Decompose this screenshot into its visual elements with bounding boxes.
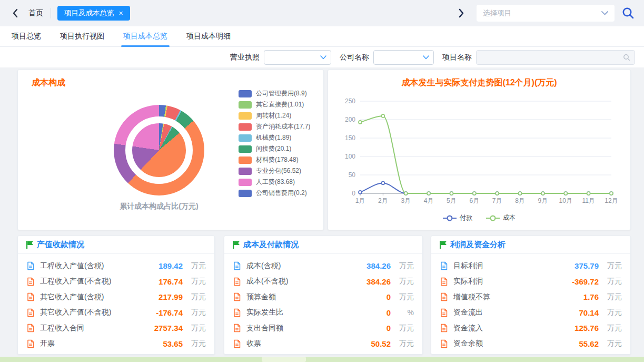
stat-label: 其它收入产值(含税) — [40, 292, 104, 302]
nav-tab-3[interactable]: 项目成本明细 — [185, 32, 232, 46]
stat-row: 其它收入产值(含税)217.99万元 — [26, 289, 206, 305]
stat-unit: 万元 — [599, 277, 622, 286]
stat-unit: 万元 — [183, 277, 206, 286]
stat-value: 55.62 — [579, 339, 599, 348]
legend-label: 资产消耗成本(17.7) — [256, 122, 310, 131]
stat-card-header: 成本及付款情况 — [224, 236, 422, 254]
license-filter-label: 营业执照 — [230, 53, 260, 62]
legend-label: 材料费(178.48) — [256, 155, 299, 164]
active-page-chip[interactable]: 项目及成本总览 × — [57, 6, 130, 21]
pie-legend-item-5[interactable]: 间接费(20.1) — [239, 143, 310, 154]
back-icon[interactable] — [8, 6, 22, 20]
stat-card-title: 成本及付款情况 — [243, 240, 299, 250]
chevron-down-icon — [601, 11, 608, 15]
search-icon[interactable] — [622, 7, 635, 19]
x-tick-label: 3月 — [401, 197, 411, 204]
stat-unit: 万元 — [391, 277, 414, 286]
stat-card-1: 成本及付款情况成本(含税)384.26万元成本(不含税)384.26万元预算金额… — [224, 236, 423, 355]
document-icon — [233, 339, 241, 348]
stat-row: 资金余额55.62万元 — [440, 336, 622, 352]
stat-label: 工程收入合同 — [40, 324, 84, 333]
stat-unit: 万元 — [391, 292, 414, 302]
line-legend-item-1[interactable]: 成本 — [486, 213, 516, 222]
document-icon — [233, 292, 241, 301]
stat-value: 70.14 — [579, 308, 599, 317]
license-select[interactable] — [264, 50, 331, 65]
project-name-input[interactable] — [476, 50, 635, 65]
company-filter-label: 公司名称 — [340, 53, 369, 62]
pie-legend-item-0[interactable]: 公司管理费用(8.9) — [239, 88, 310, 99]
stat-label: 开票 — [40, 339, 55, 348]
stat-row: 收票50.52万元 — [233, 336, 414, 352]
x-tick-label: 8月 — [515, 197, 525, 204]
legend-label: 机械费(1.89) — [256, 133, 291, 142]
line-legend-item-0[interactable]: 付款 — [443, 213, 472, 222]
legend-swatch — [239, 145, 252, 153]
y-tick-label: 0 — [352, 190, 355, 197]
data-point — [564, 192, 567, 195]
document-icon — [233, 261, 241, 270]
stat-value: 384.26 — [366, 277, 391, 286]
stat-card-2: 利润及资金分析目标利润375.79万元实际利润-369.72万元增值税不算1.7… — [431, 236, 631, 355]
legend-swatch — [239, 156, 252, 164]
pie-legend-item-3[interactable]: 资产消耗成本(17.7) — [239, 121, 310, 132]
app-window: 首页 项目及成本总览 × 选择项目 项目总览项目执行视图项目成本总览项目成本明细… — [0, 0, 644, 362]
stat-row: 成本(不含税)384.26万元 — [233, 274, 414, 290]
pie-legend-item-1[interactable]: 其它直接费(1.01) — [239, 99, 310, 110]
pie-legend-item-2[interactable]: 周转材(1.24) — [239, 110, 310, 121]
x-tick-label: 10月 — [559, 197, 572, 204]
stat-label: 实际发生比 — [246, 308, 283, 317]
pie-legend-item-4[interactable]: 机械费(1.89) — [239, 132, 310, 143]
stat-unit: 万元 — [391, 261, 414, 271]
pie-legend-item-9[interactable]: 公司销售费用(0.2) — [239, 188, 310, 199]
pie-chart-title: 成本构成 — [32, 77, 65, 89]
data-point — [541, 192, 544, 195]
document-icon — [26, 339, 35, 348]
stat-row: 工程收入产值(不含税)176.74万元 — [26, 274, 206, 290]
stat-unit: 万元 — [183, 261, 206, 271]
stat-label: 目标利润 — [453, 261, 483, 271]
project-select-placeholder: 选择项目 — [483, 8, 601, 18]
stat-unit: 万元 — [599, 339, 622, 348]
stat-card-header: 产值收款情况 — [18, 236, 214, 254]
data-point — [381, 181, 384, 184]
cost-payment-trend-card: 成本发生与实际支付走势图(12个月)(万元) 0501001502002501月… — [328, 70, 631, 230]
forward-icon[interactable] — [454, 6, 468, 20]
x-tick-label: 11月 — [582, 197, 595, 204]
stat-value: 375.79 — [574, 261, 599, 270]
pie-caption: 累计成本构成占比(万元) — [80, 202, 238, 211]
stat-label: 支出合同额 — [246, 324, 283, 333]
stat-unit: 万元 — [183, 292, 206, 302]
document-icon — [233, 277, 241, 286]
close-icon[interactable]: × — [119, 9, 123, 17]
data-point — [496, 192, 499, 195]
stat-unit: 万元 — [183, 339, 206, 348]
home-breadcrumb[interactable]: 首页 — [28, 8, 43, 18]
nav-tab-0[interactable]: 项目总览 — [11, 32, 42, 46]
active-page-chip-label: 项目及成本总览 — [64, 8, 114, 18]
stat-label: 成本(含税) — [246, 261, 281, 271]
pie-legend-item-6[interactable]: 材料费(178.48) — [239, 154, 310, 165]
data-point — [587, 192, 590, 195]
y-tick-label: 150 — [345, 134, 355, 142]
company-select[interactable] — [373, 50, 434, 65]
stat-value: 2757.34 — [154, 324, 183, 332]
stat-card-body: 工程收入产值(含税)189.42万元工程收入产值(不含税)176.74万元其它收… — [18, 254, 214, 351]
stat-unit: 万元 — [599, 292, 622, 302]
stat-label: 成本(不含税) — [246, 277, 288, 286]
document-icon — [26, 292, 35, 301]
stat-unit: % — [391, 308, 414, 317]
stat-unit: 万元 — [183, 308, 206, 317]
legend-swatch — [239, 134, 252, 142]
project-select[interactable]: 选择项目 — [477, 5, 615, 22]
nav-tab-1[interactable]: 项目执行视图 — [59, 32, 105, 46]
stat-label: 增值税不算 — [453, 292, 490, 302]
pie-legend-item-7[interactable]: 专业分包(56.52) — [239, 165, 310, 177]
document-icon — [440, 324, 448, 332]
bottom-scrollbar-thumb[interactable] — [262, 357, 306, 362]
nav-tab-2[interactable]: 项目成本总览 — [122, 32, 169, 46]
chevron-down-icon — [423, 55, 429, 60]
flag-icon — [233, 241, 240, 249]
flag-icon — [26, 241, 33, 249]
pie-legend-item-8[interactable]: 人工费(83.68) — [239, 177, 310, 188]
